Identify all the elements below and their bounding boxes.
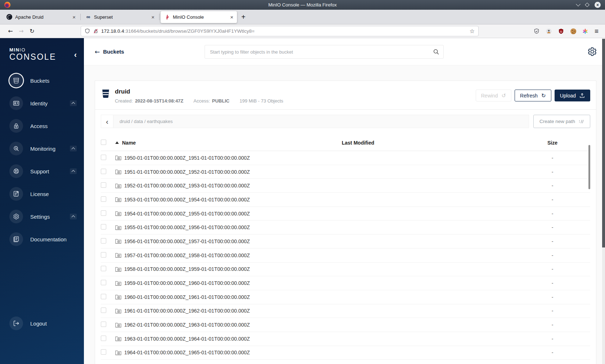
- object-name: 1951-01-01T00:00:00.000Z_1952-01-01T00:0…: [124, 169, 250, 175]
- refresh-button[interactable]: Refresh↻: [515, 90, 551, 101]
- tab-close-icon[interactable]: ×: [230, 14, 233, 20]
- row-checkbox[interactable]: [101, 336, 106, 341]
- row-checkbox[interactable]: [101, 224, 106, 229]
- sort-ascending-icon[interactable]: [115, 141, 119, 144]
- table-row[interactable]: 1961-01-01T00:00:00.000Z_1962-01-01T00:0…: [101, 304, 590, 318]
- table-row[interactable]: 1953-01-01T00:00:00.000Z_1954-01-01T00:0…: [101, 193, 590, 207]
- breadcrumb[interactable]: druid / data / earthquakes: [113, 119, 172, 124]
- table-row[interactable]: 1962-01-01T00:00:00.000Z_1963-01-01T00:0…: [101, 318, 590, 332]
- shield-icon[interactable]: [85, 28, 90, 34]
- sidebar-item-access[interactable]: Access: [0, 118, 84, 134]
- table-row[interactable]: 1950-01-01T00:00:00.000Z_1951-01-01T00:0…: [101, 151, 590, 165]
- cookie-extension-icon[interactable]: [570, 28, 576, 34]
- column-size[interactable]: Size: [522, 140, 583, 146]
- row-checkbox[interactable]: [101, 308, 106, 313]
- table-scrollbar-thumb[interactable]: [588, 145, 590, 189]
- window-titlebar: MinIO Console — Mozilla Firefox ×: [0, 0, 605, 10]
- row-checkbox[interactable]: [101, 169, 106, 174]
- row-checkbox[interactable]: [101, 155, 106, 160]
- create-new-path-button[interactable]: Create new path: [533, 115, 590, 128]
- sidebar-item-monitoring[interactable]: Monitoring: [0, 140, 84, 157]
- book-icon: [9, 232, 23, 246]
- tab-minio-console[interactable]: MinIO Console ×: [161, 11, 237, 23]
- upload-button[interactable]: Upload: [555, 90, 590, 101]
- sidebar-item-support[interactable]: Support: [0, 163, 84, 179]
- chevron-up-icon[interactable]: [70, 100, 77, 106]
- table-row[interactable]: 1959-01-01T00:00:00.000Z_1960-01-01T00:0…: [101, 276, 590, 290]
- pinwheel-extension-icon[interactable]: [582, 28, 588, 34]
- breadcrumb-back-icon[interactable]: ‹: [101, 115, 113, 128]
- magnifier-icon: [9, 142, 23, 155]
- table-row[interactable]: 1960-01-01T00:00:00.000Z_1961-01-01T00:0…: [101, 290, 590, 304]
- settings-gear-icon[interactable]: [587, 47, 597, 56]
- row-checkbox[interactable]: [101, 266, 106, 271]
- column-name[interactable]: Name: [122, 140, 136, 146]
- sidebar-collapse-icon[interactable]: ‹: [74, 51, 77, 59]
- select-all-checkbox[interactable]: [101, 140, 106, 145]
- folder-icon: [115, 281, 121, 286]
- back-button[interactable]: ←: [5, 26, 16, 36]
- row-checkbox[interactable]: [101, 280, 106, 285]
- table-row[interactable]: 1954-01-01T00:00:00.000Z_1955-01-01T00:0…: [101, 207, 590, 221]
- table-row[interactable]: 1951-01-01T00:00:00.000Z_1952-01-01T00:0…: [101, 165, 590, 179]
- browser-toolbar: ← → ↻ 172.18.0.4:31664/buckets/druid/bro…: [0, 24, 605, 38]
- search-input[interactable]: [205, 45, 444, 59]
- shield-check-extension-icon[interactable]: [534, 28, 540, 34]
- sidebar-item-license[interactable]: License: [0, 186, 84, 202]
- window-close-icon[interactable]: ×: [595, 2, 601, 8]
- ublock-extension-icon[interactable]: [558, 28, 564, 34]
- table-row[interactable]: 1964-01-01T00:00:00.000Z_1965-01-01T00:0…: [101, 346, 590, 360]
- page-scrollbar[interactable]: [602, 38, 605, 364]
- row-checkbox[interactable]: [101, 182, 106, 188]
- row-checkbox[interactable]: [101, 210, 106, 216]
- table-row[interactable]: 1957-01-01T00:00:00.000Z_1958-01-01T00:0…: [101, 249, 590, 263]
- table-row[interactable]: 1963-01-01T00:00:00.000Z_1964-01-01T00:0…: [101, 332, 590, 346]
- chevron-up-icon[interactable]: [70, 214, 77, 219]
- bookmark-star-icon[interactable]: ☆: [470, 28, 475, 35]
- sidebar-item-settings[interactable]: Settings: [0, 208, 84, 225]
- table-row[interactable]: 1952-01-01T00:00:00.000Z_1953-01-01T00:0…: [101, 179, 590, 193]
- tab-apache-druid[interactable]: Apache Druid ×: [3, 11, 79, 23]
- tab-close-icon[interactable]: ×: [151, 14, 154, 20]
- folder-icon: [115, 336, 121, 341]
- url-bar[interactable]: 172.18.0.4:31664/buckets/druid/browse/ZG…: [81, 26, 479, 36]
- object-size: -: [522, 322, 583, 328]
- folder-icon: [115, 350, 121, 355]
- sidebar-item-label: Logout: [30, 320, 47, 327]
- account-extension-icon[interactable]: [546, 28, 552, 34]
- table-row[interactable]: 1956-01-01T00:00:00.000Z_1957-01-01T00:0…: [101, 235, 590, 249]
- row-checkbox[interactable]: [101, 196, 106, 202]
- tab-superset[interactable]: ∞ Superset ×: [82, 11, 158, 23]
- sidebar-item-identity[interactable]: Identity: [0, 95, 84, 112]
- row-checkbox[interactable]: [101, 238, 106, 244]
- window-maximize-icon[interactable]: [585, 3, 590, 7]
- new-tab-button[interactable]: +: [241, 13, 246, 21]
- tab-separator: [159, 14, 160, 20]
- object-name: 1959-01-01T00:00:00.000Z_1960-01-01T00:0…: [124, 280, 250, 286]
- menu-icon[interactable]: ≡: [595, 27, 599, 35]
- row-checkbox[interactable]: [101, 322, 106, 327]
- table-row[interactable]: 1958-01-01T00:00:00.000Z_1959-01-01T00:0…: [101, 263, 590, 277]
- column-last-modified[interactable]: Last Modified: [342, 140, 522, 146]
- rewind-button[interactable]: Rewind↺: [476, 90, 511, 101]
- window-minimize-icon[interactable]: [576, 2, 581, 6]
- table-row[interactable]: 1955-01-01T00:00:00.000Z_1956-01-01T00:0…: [101, 220, 590, 235]
- back-to-buckets-link[interactable]: ← Buckets: [95, 48, 124, 55]
- object-size: -: [522, 294, 583, 300]
- page-scrollbar-thumb[interactable]: [602, 39, 605, 247]
- row-checkbox[interactable]: [101, 294, 106, 299]
- insecure-lock-icon[interactable]: [93, 28, 98, 34]
- page-content: druid Created:2022-08-15T14:08:47Z Acces…: [84, 65, 605, 364]
- forward-button[interactable]: →: [16, 26, 27, 36]
- sidebar-item-documentation[interactable]: Documentation: [0, 231, 84, 247]
- chevron-up-icon[interactable]: [70, 168, 77, 174]
- logo-min: MIN: [9, 47, 19, 53]
- sidebar-item-logout[interactable]: Logout: [0, 315, 84, 332]
- chevron-up-icon[interactable]: [70, 146, 77, 151]
- tab-close-icon[interactable]: ×: [72, 14, 76, 20]
- row-checkbox[interactable]: [101, 349, 106, 355]
- sidebar-item-buckets[interactable]: Buckets: [0, 72, 84, 89]
- row-checkbox[interactable]: [101, 252, 106, 258]
- reload-button[interactable]: ↻: [27, 26, 37, 36]
- url-path: :31664/buckets/druid/browse/ZGF0YS9lYXJ0…: [124, 28, 255, 34]
